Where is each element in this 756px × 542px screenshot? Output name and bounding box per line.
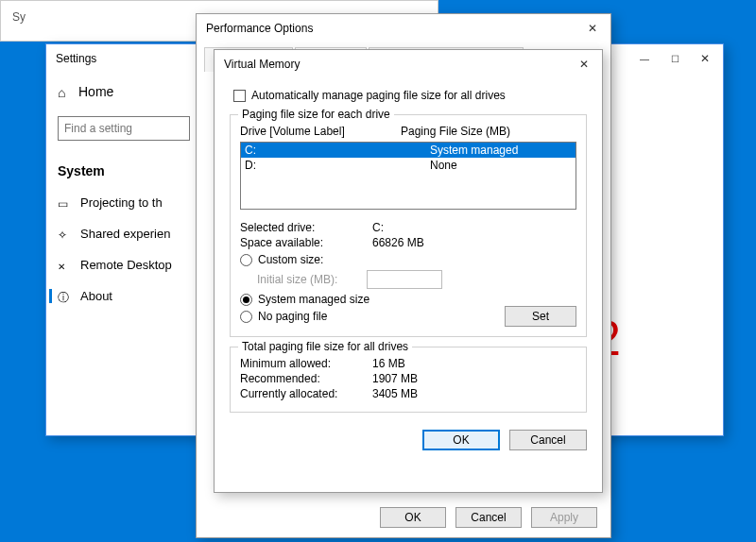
- sidebar-label: Projecting to th: [80, 195, 163, 210]
- min-allowed-label: Minimum allowed:: [240, 357, 372, 370]
- no-paging-label: No paging file: [258, 310, 327, 323]
- header-drive: Drive [Volume Label]: [240, 125, 401, 138]
- recommended-value: 1907 MB: [372, 372, 418, 385]
- projector-icon: [58, 196, 71, 210]
- sidebar-label: Remote Desktop: [80, 258, 172, 272]
- space-available-label: Space available:: [240, 236, 372, 249]
- drive-label: D:: [241, 159, 430, 172]
- drive-list[interactable]: C: System managed D: None: [240, 142, 576, 210]
- space-available-value: 66826 MB: [372, 236, 424, 249]
- cancel-button[interactable]: Cancel: [455, 507, 522, 528]
- system-managed-radio-row[interactable]: System managed size: [240, 293, 576, 306]
- system-managed-radio[interactable]: [240, 294, 252, 306]
- sidebar-label: Shared experien: [80, 227, 170, 241]
- system-managed-label: System managed size: [258, 293, 369, 306]
- set-button[interactable]: Set: [505, 306, 576, 327]
- close-button[interactable]: [577, 58, 591, 71]
- header-size: Paging File Size (MB): [401, 125, 510, 138]
- cancel-button[interactable]: Cancel: [509, 430, 587, 450]
- close-button[interactable]: [698, 52, 712, 65]
- allocated-value: 3405 MB: [372, 387, 418, 400]
- drive-size: System managed: [430, 144, 518, 157]
- ok-button[interactable]: OK: [380, 507, 446, 528]
- drive-row[interactable]: C: System managed: [241, 143, 576, 158]
- share-icon: [58, 228, 71, 241]
- auto-manage-row[interactable]: Automatically manage paging file size fo…: [230, 86, 587, 105]
- initial-size-input[interactable]: [367, 270, 442, 289]
- maximize-button[interactable]: [668, 52, 681, 66]
- drive-row[interactable]: D: None: [241, 158, 576, 173]
- selected-drive-label: Selected drive:: [240, 221, 372, 234]
- search-input[interactable]: [58, 116, 190, 141]
- info-icon: [58, 290, 71, 303]
- custom-size-radio-row[interactable]: Custom size:: [240, 253, 576, 266]
- selected-drive-value: C:: [372, 221, 384, 234]
- allocated-label: Currently allocated:: [240, 387, 372, 400]
- totals-group: Total paging file size for all drives Mi…: [230, 347, 587, 413]
- auto-manage-label: Automatically manage paging file size fo…: [251, 89, 506, 102]
- drive-list-header: Drive [Volume Label] Paging File Size (M…: [240, 123, 576, 140]
- custom-size-label: Custom size:: [258, 253, 323, 266]
- apply-button[interactable]: Apply: [531, 507, 597, 528]
- home-label: Home: [78, 84, 113, 99]
- auto-manage-checkbox[interactable]: [233, 90, 246, 102]
- vm-titlebar: Virtual Memory: [215, 50, 602, 78]
- drive-label: C:: [241, 144, 430, 157]
- home-icon: [58, 85, 71, 98]
- initial-size-label: Initial size (MB):: [257, 273, 361, 286]
- min-allowed-value: 16 MB: [372, 357, 405, 370]
- minimize-button[interactable]: [638, 52, 651, 66]
- crumb-left: Sy: [12, 10, 26, 24]
- group-legend: Paging file size for each drive: [238, 108, 394, 121]
- close-button[interactable]: [586, 22, 599, 35]
- perf-titlebar: Performance Options: [197, 14, 610, 42]
- custom-size-radio[interactable]: [240, 254, 252, 266]
- drive-size: None: [430, 159, 457, 172]
- no-paging-radio[interactable]: [240, 311, 252, 323]
- ok-button[interactable]: OK: [422, 430, 500, 450]
- sidebar-label: About: [80, 289, 112, 303]
- remote-icon: [58, 259, 71, 272]
- perf-title: Performance Options: [206, 22, 586, 35]
- initial-size-row: Initial size (MB):: [257, 270, 576, 289]
- recommended-label: Recommended:: [240, 372, 372, 385]
- vm-title: Virtual Memory: [224, 58, 577, 71]
- group-legend: Total paging file size for all drives: [238, 340, 412, 353]
- virtual-memory-dialog: Virtual Memory Automatically manage pagi…: [214, 49, 603, 493]
- per-drive-group: Paging file size for each drive Drive [V…: [230, 114, 587, 337]
